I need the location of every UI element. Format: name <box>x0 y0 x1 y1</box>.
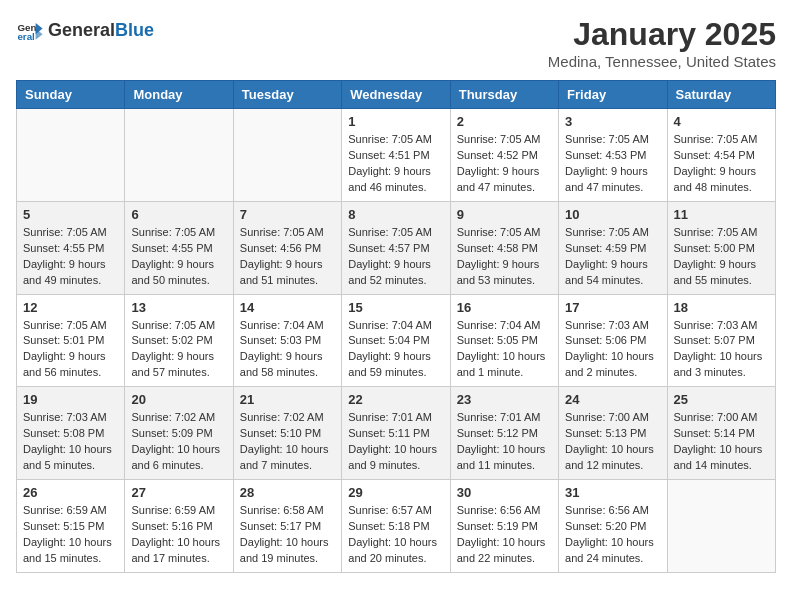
day-number: 29 <box>348 485 443 500</box>
calendar-cell: 31Sunrise: 6:56 AM Sunset: 5:20 PM Dayli… <box>559 480 667 573</box>
day-number: 21 <box>240 392 335 407</box>
day-info: Sunrise: 7:02 AM Sunset: 5:09 PM Dayligh… <box>131 410 226 474</box>
calendar-week-row: 19Sunrise: 7:03 AM Sunset: 5:08 PM Dayli… <box>17 387 776 480</box>
day-info: Sunrise: 7:02 AM Sunset: 5:10 PM Dayligh… <box>240 410 335 474</box>
day-number: 12 <box>23 300 118 315</box>
day-info: Sunrise: 7:01 AM Sunset: 5:12 PM Dayligh… <box>457 410 552 474</box>
calendar-cell: 28Sunrise: 6:58 AM Sunset: 5:17 PM Dayli… <box>233 480 341 573</box>
day-info: Sunrise: 7:05 AM Sunset: 5:02 PM Dayligh… <box>131 318 226 382</box>
calendar-cell <box>233 109 341 202</box>
day-info: Sunrise: 7:04 AM Sunset: 5:04 PM Dayligh… <box>348 318 443 382</box>
calendar-cell: 22Sunrise: 7:01 AM Sunset: 5:11 PM Dayli… <box>342 387 450 480</box>
day-info: Sunrise: 7:01 AM Sunset: 5:11 PM Dayligh… <box>348 410 443 474</box>
day-number: 10 <box>565 207 660 222</box>
day-info: Sunrise: 7:00 AM Sunset: 5:13 PM Dayligh… <box>565 410 660 474</box>
calendar-cell: 16Sunrise: 7:04 AM Sunset: 5:05 PM Dayli… <box>450 294 558 387</box>
day-info: Sunrise: 6:56 AM Sunset: 5:20 PM Dayligh… <box>565 503 660 567</box>
day-number: 6 <box>131 207 226 222</box>
calendar-cell: 24Sunrise: 7:00 AM Sunset: 5:13 PM Dayli… <box>559 387 667 480</box>
logo-blue: Blue <box>115 20 154 40</box>
day-number: 13 <box>131 300 226 315</box>
day-info: Sunrise: 7:05 AM Sunset: 4:51 PM Dayligh… <box>348 132 443 196</box>
day-info: Sunrise: 7:05 AM Sunset: 4:55 PM Dayligh… <box>23 225 118 289</box>
day-number: 18 <box>674 300 769 315</box>
calendar-cell: 18Sunrise: 7:03 AM Sunset: 5:07 PM Dayli… <box>667 294 775 387</box>
day-info: Sunrise: 7:05 AM Sunset: 4:59 PM Dayligh… <box>565 225 660 289</box>
day-number: 9 <box>457 207 552 222</box>
calendar-cell: 15Sunrise: 7:04 AM Sunset: 5:04 PM Dayli… <box>342 294 450 387</box>
calendar-week-row: 1Sunrise: 7:05 AM Sunset: 4:51 PM Daylig… <box>17 109 776 202</box>
calendar-cell: 29Sunrise: 6:57 AM Sunset: 5:18 PM Dayli… <box>342 480 450 573</box>
day-info: Sunrise: 7:05 AM Sunset: 4:53 PM Dayligh… <box>565 132 660 196</box>
calendar-cell: 11Sunrise: 7:05 AM Sunset: 5:00 PM Dayli… <box>667 201 775 294</box>
day-info: Sunrise: 7:05 AM Sunset: 4:52 PM Dayligh… <box>457 132 552 196</box>
day-number: 22 <box>348 392 443 407</box>
calendar-cell <box>667 480 775 573</box>
day-info: Sunrise: 7:05 AM Sunset: 4:54 PM Dayligh… <box>674 132 769 196</box>
day-info: Sunrise: 7:05 AM Sunset: 4:55 PM Dayligh… <box>131 225 226 289</box>
calendar-cell: 19Sunrise: 7:03 AM Sunset: 5:08 PM Dayli… <box>17 387 125 480</box>
weekday-header-thursday: Thursday <box>450 81 558 109</box>
day-info: Sunrise: 6:56 AM Sunset: 5:19 PM Dayligh… <box>457 503 552 567</box>
day-number: 15 <box>348 300 443 315</box>
day-number: 20 <box>131 392 226 407</box>
calendar-cell: 1Sunrise: 7:05 AM Sunset: 4:51 PM Daylig… <box>342 109 450 202</box>
weekday-header-monday: Monday <box>125 81 233 109</box>
day-number: 25 <box>674 392 769 407</box>
calendar-cell: 9Sunrise: 7:05 AM Sunset: 4:58 PM Daylig… <box>450 201 558 294</box>
calendar-cell: 27Sunrise: 6:59 AM Sunset: 5:16 PM Dayli… <box>125 480 233 573</box>
weekday-header-row: SundayMondayTuesdayWednesdayThursdayFrid… <box>17 81 776 109</box>
calendar-cell: 8Sunrise: 7:05 AM Sunset: 4:57 PM Daylig… <box>342 201 450 294</box>
day-number: 31 <box>565 485 660 500</box>
weekday-header-saturday: Saturday <box>667 81 775 109</box>
location-title: Medina, Tennessee, United States <box>548 53 776 70</box>
calendar-cell: 21Sunrise: 7:02 AM Sunset: 5:10 PM Dayli… <box>233 387 341 480</box>
day-number: 8 <box>348 207 443 222</box>
day-info: Sunrise: 7:03 AM Sunset: 5:07 PM Dayligh… <box>674 318 769 382</box>
calendar-cell: 6Sunrise: 7:05 AM Sunset: 4:55 PM Daylig… <box>125 201 233 294</box>
calendar-week-row: 5Sunrise: 7:05 AM Sunset: 4:55 PM Daylig… <box>17 201 776 294</box>
logo-general: General <box>48 20 115 40</box>
day-info: Sunrise: 7:03 AM Sunset: 5:06 PM Dayligh… <box>565 318 660 382</box>
day-info: Sunrise: 6:59 AM Sunset: 5:15 PM Dayligh… <box>23 503 118 567</box>
logo-icon: Gen eral <box>16 16 44 44</box>
day-number: 27 <box>131 485 226 500</box>
day-info: Sunrise: 6:57 AM Sunset: 5:18 PM Dayligh… <box>348 503 443 567</box>
calendar-table: SundayMondayTuesdayWednesdayThursdayFrid… <box>16 80 776 573</box>
day-number: 14 <box>240 300 335 315</box>
calendar-cell <box>125 109 233 202</box>
day-info: Sunrise: 7:05 AM Sunset: 4:58 PM Dayligh… <box>457 225 552 289</box>
day-info: Sunrise: 7:05 AM Sunset: 5:00 PM Dayligh… <box>674 225 769 289</box>
calendar-week-row: 26Sunrise: 6:59 AM Sunset: 5:15 PM Dayli… <box>17 480 776 573</box>
month-title: January 2025 <box>548 16 776 53</box>
day-number: 1 <box>348 114 443 129</box>
day-number: 7 <box>240 207 335 222</box>
svg-text:eral: eral <box>17 31 35 42</box>
calendar-cell: 7Sunrise: 7:05 AM Sunset: 4:56 PM Daylig… <box>233 201 341 294</box>
calendar-cell: 23Sunrise: 7:01 AM Sunset: 5:12 PM Dayli… <box>450 387 558 480</box>
logo: Gen eral GeneralBlue <box>16 16 154 44</box>
weekday-header-sunday: Sunday <box>17 81 125 109</box>
calendar-cell: 14Sunrise: 7:04 AM Sunset: 5:03 PM Dayli… <box>233 294 341 387</box>
day-number: 11 <box>674 207 769 222</box>
day-number: 17 <box>565 300 660 315</box>
calendar-cell: 2Sunrise: 7:05 AM Sunset: 4:52 PM Daylig… <box>450 109 558 202</box>
day-info: Sunrise: 7:05 AM Sunset: 4:57 PM Dayligh… <box>348 225 443 289</box>
day-info: Sunrise: 6:58 AM Sunset: 5:17 PM Dayligh… <box>240 503 335 567</box>
day-number: 30 <box>457 485 552 500</box>
calendar-cell: 17Sunrise: 7:03 AM Sunset: 5:06 PM Dayli… <box>559 294 667 387</box>
calendar-cell: 25Sunrise: 7:00 AM Sunset: 5:14 PM Dayli… <box>667 387 775 480</box>
day-number: 16 <box>457 300 552 315</box>
day-info: Sunrise: 7:04 AM Sunset: 5:05 PM Dayligh… <box>457 318 552 382</box>
title-block: January 2025 Medina, Tennessee, United S… <box>548 16 776 70</box>
day-number: 19 <box>23 392 118 407</box>
day-number: 23 <box>457 392 552 407</box>
day-number: 5 <box>23 207 118 222</box>
day-number: 24 <box>565 392 660 407</box>
calendar-cell: 10Sunrise: 7:05 AM Sunset: 4:59 PM Dayli… <box>559 201 667 294</box>
day-info: Sunrise: 7:00 AM Sunset: 5:14 PM Dayligh… <box>674 410 769 474</box>
weekday-header-tuesday: Tuesday <box>233 81 341 109</box>
page-header: Gen eral GeneralBlue January 2025 Medina… <box>16 16 776 70</box>
day-number: 4 <box>674 114 769 129</box>
calendar-cell: 20Sunrise: 7:02 AM Sunset: 5:09 PM Dayli… <box>125 387 233 480</box>
